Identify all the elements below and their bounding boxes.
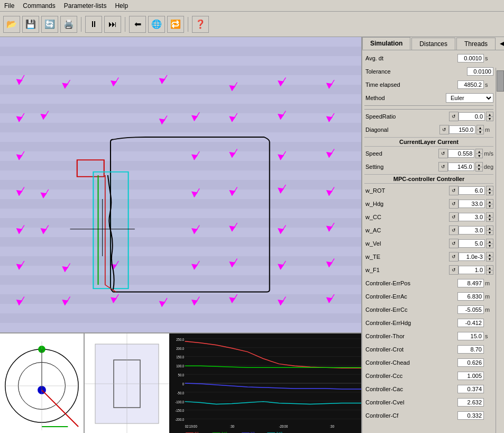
pause-button[interactable]: ⏸ — [85, 16, 102, 33]
setting-reset-btn[interactable]: ↺ — [438, 162, 448, 172]
w-cc-spinner[interactable]: ▲ ▼ — [486, 212, 493, 222]
reset-sim-button[interactable]: 🔁 — [167, 16, 184, 33]
menu-help[interactable]: Help — [111, 1, 132, 11]
w-cc-row: w_CC ↺ 3.0 ▲ ▼ — [364, 211, 493, 223]
controller-error-row: Controller-Cac0.374 — [364, 383, 493, 395]
w-hdg-up[interactable]: ▲ — [486, 199, 493, 204]
w-ac-up[interactable]: ▲ — [486, 225, 493, 230]
time-elapsed-row: Time elapsed 4850.2 s — [364, 79, 493, 91]
3d-button[interactable]: 🌐 — [148, 16, 165, 33]
back-button[interactable]: ⬅ — [129, 16, 146, 33]
method-label: Method — [364, 95, 446, 101]
w-f1-down[interactable]: ▼ — [486, 270, 493, 275]
diagonal-value: 150.0 — [449, 125, 475, 134]
menu-parameter-lists[interactable]: Parameter-lists — [60, 1, 111, 11]
w-vel-spinner[interactable]: ▲ ▼ — [486, 239, 493, 248]
tab-threads[interactable]: Threads — [456, 38, 496, 50]
speed-up[interactable]: ▲ — [475, 149, 483, 154]
speed-ratio-down[interactable]: ▼ — [486, 116, 493, 121]
speed-reset-btn[interactable]: ↺ — [438, 149, 448, 158]
save-button[interactable]: 💾 — [22, 16, 39, 33]
refresh-button[interactable]: 🔄 — [41, 16, 58, 33]
mpc-controller-header: MPC-controller Controller — [364, 174, 493, 184]
w-te-reset-btn[interactable]: ↺ — [449, 252, 459, 261]
w-ac-reset-btn[interactable]: ↺ — [449, 225, 459, 235]
tab-simulation[interactable]: Simulation — [362, 37, 410, 50]
w-rot-reset-btn[interactable]: ↺ — [449, 186, 459, 195]
w-te-spinner[interactable]: ▲ ▼ — [486, 252, 493, 261]
toolbar-separator-1 — [81, 17, 81, 32]
w-vel-row: w_Vel ↺ 5.0 ▲ ▼ — [364, 238, 493, 249]
w-cc-value: 3.0 — [459, 213, 485, 221]
diagonal-up[interactable]: ▲ — [476, 125, 484, 130]
svg-text:-100.0: -100.0 — [175, 400, 184, 404]
w-vel-up[interactable]: ▲ — [486, 239, 493, 243]
w-vel-label: w_Vel — [364, 240, 448, 247]
avg-dt-label: Avg. dt — [364, 55, 457, 61]
w-hdg-reset-btn[interactable]: ↺ — [449, 199, 459, 209]
speed-down[interactable]: ▼ — [475, 154, 483, 158]
controller-error-row: Controller-Cf0.332 — [364, 410, 493, 421]
controller-error-value: 15.0 — [457, 332, 484, 340]
controller-error-label: Controller-Thor — [364, 333, 457, 339]
speed-ratio-reset-btn[interactable]: ↺ — [449, 112, 459, 121]
w-ac-spinner[interactable]: ▲ ▼ — [486, 225, 493, 235]
tab-distances[interactable]: Distances — [411, 38, 455, 50]
simulation-canvas[interactable]: 50 0 -50 -50 0 50 🖐 — [0, 37, 361, 332]
setting-down[interactable]: ▼ — [475, 167, 483, 172]
time-elapsed-value: 4850.2 — [457, 80, 484, 89]
w-te-down[interactable]: ▼ — [486, 257, 493, 261]
w-te-row: w_TE ↺ 1.0e-3 ▲ ▼ — [364, 251, 493, 263]
w-rot-up[interactable]: ▲ — [486, 186, 493, 191]
diagonal-spinner[interactable]: ▲ ▼ — [476, 125, 484, 134]
speed-ratio-value: 0.0 — [459, 112, 485, 121]
w-f1-reset-btn[interactable]: ↺ — [449, 265, 459, 275]
w-cc-down[interactable]: ▼ — [486, 217, 493, 222]
print-button[interactable]: 🖨️ — [60, 16, 77, 33]
w-rot-down[interactable]: ▼ — [486, 191, 493, 195]
setting-spinner[interactable]: ▲ ▼ — [475, 162, 483, 172]
w-f1-up[interactable]: ▲ — [486, 265, 493, 270]
w-cc-up[interactable]: ▲ — [486, 212, 493, 217]
right-scrollbar-thumb[interactable] — [497, 70, 504, 92]
step-button[interactable]: ⏭ — [104, 16, 121, 33]
controller-error-unit: m — [484, 280, 493, 286]
w-cc-reset-btn[interactable]: ↺ — [449, 212, 459, 222]
w-te-up[interactable]: ▲ — [486, 252, 493, 257]
controller-error-label: Controller-ErrCc — [364, 306, 457, 313]
speed-spinner[interactable]: ▲ ▼ — [475, 149, 483, 158]
w-rot-spinner[interactable]: ▲ ▼ — [486, 186, 493, 195]
right-scrollbar-track[interactable] — [496, 68, 504, 433]
w-hdg-label: w_Hdg — [364, 201, 448, 207]
w-vel-reset-btn[interactable]: ↺ — [449, 239, 459, 248]
speed-ratio-spinner[interactable]: ▲ ▼ — [486, 112, 493, 121]
time-elapsed-unit: s — [484, 82, 493, 88]
diagonal-unit: m — [484, 127, 493, 133]
speed-ratio-row: SpeedRatio ↺ 0.0 ▲ ▼ — [364, 111, 493, 122]
w-rot-value: 6.0 — [459, 186, 485, 195]
controller-error-label: Controller-Chead — [364, 359, 457, 366]
w-hdg-value: 33.0 — [459, 200, 485, 208]
menu-file[interactable]: File — [0, 1, 19, 11]
setting-row: Setting ↺ 145.0 ▲ ▼ deg — [364, 161, 493, 173]
w-vel-down[interactable]: ▼ — [486, 243, 493, 248]
svg-text::30: :30 — [330, 424, 334, 428]
w-ac-down[interactable]: ▼ — [486, 230, 493, 235]
setting-up[interactable]: ▲ — [475, 162, 483, 167]
help-button[interactable]: ❓ — [192, 16, 209, 33]
w-hdg-down[interactable]: ▼ — [486, 204, 493, 209]
w-rot-row: w_ROT ↺ 6.0 ▲ ▼ — [364, 185, 493, 196]
w-hdg-spinner[interactable]: ▲ ▼ — [486, 199, 493, 209]
diagonal-down[interactable]: ▼ — [476, 130, 484, 134]
w-f1-spinner[interactable]: ▲ ▼ — [486, 265, 493, 275]
method-select[interactable]: Euler RK4 RK45 — [446, 93, 493, 103]
menu-commands[interactable]: Commands — [19, 1, 59, 11]
controller-error-row: Controller-Ccc1.005 — [364, 370, 493, 382]
open-button[interactable]: 📂 — [3, 16, 20, 33]
tolerance-row: Tolerance 0.0100 — [364, 66, 493, 77]
avg-dt-row: Avg. dt 0.0010 s — [364, 52, 493, 64]
tab-prev-arrow[interactable]: ◀ — [497, 38, 504, 49]
diagonal-reset-btn[interactable]: ↺ — [439, 125, 449, 134]
svg-text:Azi2: Azi2 — [276, 431, 282, 433]
speed-ratio-up[interactable]: ▲ — [486, 112, 493, 116]
